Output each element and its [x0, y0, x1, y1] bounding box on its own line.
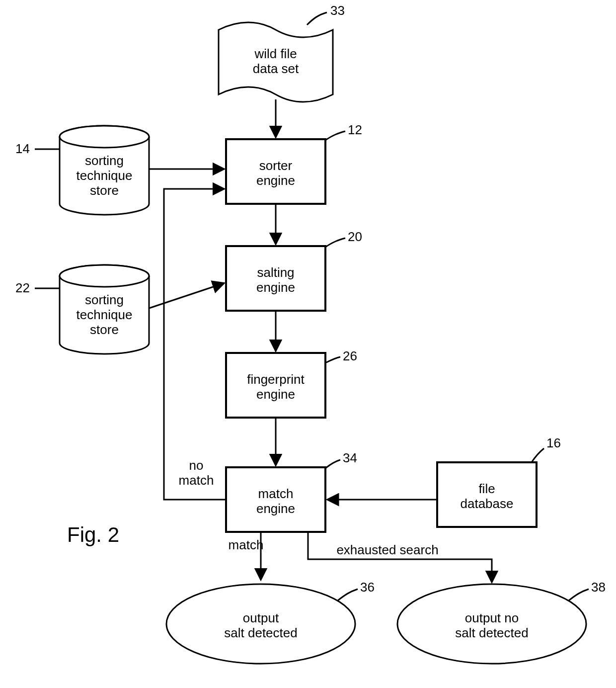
- file-database-label-1: file: [478, 481, 495, 496]
- match-label: match: [229, 537, 264, 552]
- salting-engine-label-1: salting: [257, 265, 294, 280]
- no-match-edge: no match: [164, 189, 226, 500]
- match-engine-node: match engine: [226, 467, 325, 532]
- output-no-salt-label-1: output no: [465, 610, 519, 625]
- salting-engine-node: salting engine: [226, 246, 325, 311]
- sorter-engine-label-1: sorter: [259, 158, 293, 173]
- sorter-engine-node: sorter engine: [226, 139, 325, 204]
- fingerprint-engine-label-1: fingerprint: [247, 372, 305, 387]
- output-salt-label-2: salt detected: [224, 625, 297, 640]
- svg-point-3: [60, 126, 149, 148]
- sorter-engine-label-2: engine: [256, 173, 295, 188]
- file-database-ref: 16: [546, 435, 561, 450]
- fingerprint-engine-label-2: engine: [256, 387, 295, 402]
- match-engine-ref: 34: [343, 450, 357, 465]
- match-engine-label-1: match: [258, 486, 294, 501]
- sorting-store-2-label-3: store: [90, 322, 119, 337]
- output-salt-ref: 36: [360, 580, 375, 595]
- file-database-label-2: database: [461, 496, 514, 511]
- match-edge: match: [229, 532, 264, 579]
- sorting-store-2-node: sorting technique store: [60, 265, 149, 354]
- sorting-store-1-label-2: technique: [77, 168, 133, 183]
- wild-file-node: wild file data set: [219, 22, 333, 102]
- sorting-store-2-label-2: technique: [77, 307, 133, 322]
- sorting-store-1-node: sorting technique store: [60, 126, 149, 215]
- output-no-salt-node: output no salt detected: [397, 584, 586, 664]
- salting-engine-ref: 20: [348, 229, 362, 244]
- output-no-salt-ref: 38: [591, 580, 606, 595]
- fingerprint-engine-node: fingerprint engine: [226, 353, 325, 418]
- exhausted-label: exhausted search: [336, 542, 438, 557]
- no-match-label-2: match: [179, 473, 214, 488]
- match-engine-label-2: engine: [256, 501, 295, 516]
- sorting-store-2-label-1: sorting: [85, 292, 124, 307]
- sorter-engine-ref: 12: [348, 122, 362, 137]
- output-no-salt-label-2: salt detected: [455, 625, 528, 640]
- fingerprint-engine-ref: 26: [343, 348, 357, 363]
- wild-file-label-1: wild file: [254, 46, 297, 61]
- svg-line-9: [149, 283, 224, 308]
- sorting-store-1-label-3: store: [90, 183, 119, 198]
- salting-engine-label-2: engine: [256, 280, 295, 295]
- figure-label: Fig. 2: [67, 523, 119, 546]
- wild-file-label-2: data set: [253, 61, 299, 76]
- output-salt-node: output salt detected: [166, 584, 355, 664]
- sorting-store-1-label-1: sorting: [85, 153, 124, 168]
- file-database-node: file database: [437, 462, 537, 527]
- output-salt-label-1: output: [243, 610, 279, 625]
- flowchart-diagram: wild file data set 33 sorter engine 12 s…: [0, 0, 616, 688]
- svg-point-8: [60, 265, 149, 287]
- wild-file-ref: 33: [330, 3, 345, 18]
- sorting-store-2-ref: 22: [15, 280, 30, 295]
- sorting-store-1-ref: 14: [15, 141, 30, 156]
- exhausted-edge: exhausted search: [308, 532, 492, 582]
- no-match-label-1: no: [189, 458, 204, 473]
